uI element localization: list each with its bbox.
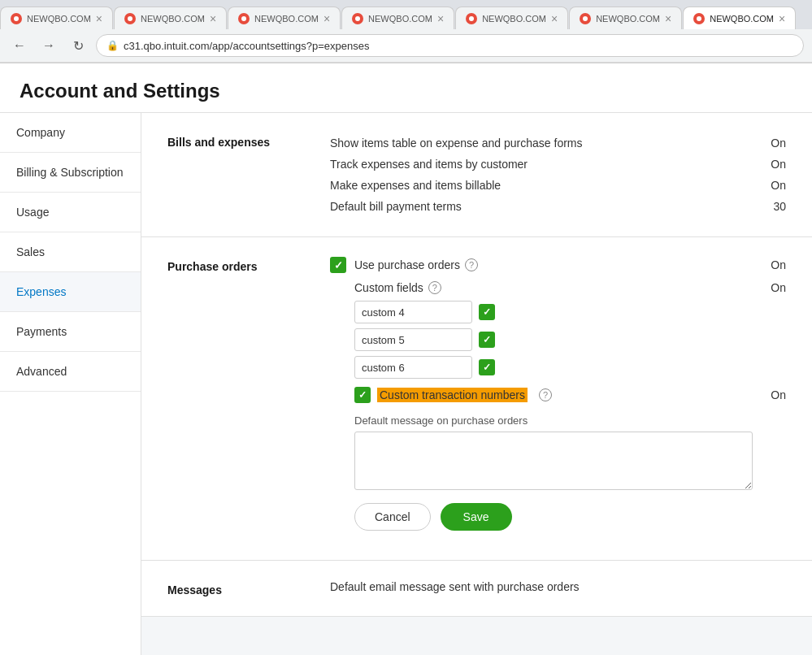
page-header: Account and Settings xyxy=(0,63,812,113)
default-msg-group: Default message on purchase orders xyxy=(354,414,786,490)
page-title: Account and Settings xyxy=(20,80,792,102)
messages-section-inner: Messages Default email message sent with… xyxy=(141,561,812,616)
tab-close-4[interactable]: × xyxy=(437,13,444,24)
tab-5[interactable]: NEWQBO.COM × xyxy=(455,7,568,29)
use-po-checkbox[interactable] xyxy=(330,257,346,273)
tab-close-2[interactable]: × xyxy=(210,13,216,24)
cf-help-icon[interactable]: ? xyxy=(428,281,441,294)
bills-row-status-2: On xyxy=(771,179,786,192)
tab-favicon-3 xyxy=(238,13,250,24)
bills-row-status-3: 30 xyxy=(773,200,786,213)
bills-row-3: Default bill payment terms 30 xyxy=(330,196,786,217)
url-bar[interactable]: 🔒 c31.qbo.intuit.com/app/accountsettings… xyxy=(96,34,804,57)
tab-1[interactable]: NEWQBO.COM × xyxy=(0,7,113,29)
po-section-inner: Purchase orders Use purchase orders ? On xyxy=(141,237,812,560)
tab-6[interactable]: NEWQBO.COM × xyxy=(569,7,682,29)
sidebar-item-sales[interactable]: Sales xyxy=(0,232,141,272)
tab-close-3[interactable]: × xyxy=(323,13,330,24)
back-button[interactable]: ← xyxy=(8,34,31,57)
tab-favicon-5 xyxy=(466,13,477,24)
cf-label-group: Custom fields ? xyxy=(354,281,441,294)
sidebar: Company Billing & Subscription Usage Sal… xyxy=(0,113,141,655)
tab-close-6[interactable]: × xyxy=(665,13,671,24)
tab-close-5[interactable]: × xyxy=(551,13,558,24)
custom-field-input-2[interactable] xyxy=(354,356,472,379)
po-section-label: Purchase orders xyxy=(167,257,330,540)
use-po-label: Use purchase orders xyxy=(354,258,460,271)
messages-section-content: Default email message sent with purchase… xyxy=(330,580,786,596)
bills-row-text-3: Default bill payment terms xyxy=(330,200,462,213)
forward-button[interactable]: → xyxy=(37,34,60,57)
ctn-row: Custom transaction numbers ? On xyxy=(354,387,786,403)
save-button[interactable]: Save xyxy=(441,503,512,531)
tab-close-7[interactable]: × xyxy=(779,13,785,24)
bills-section-content: Show items table on expense and purchase… xyxy=(330,132,786,217)
ctn-left: Custom transaction numbers ? xyxy=(354,387,552,403)
tab-title-6: NEWQBO.COM xyxy=(596,14,660,24)
default-msg-label: Default message on purchase orders xyxy=(354,414,786,427)
po-section-content: Use purchase orders ? On Custom fields ? xyxy=(330,257,786,540)
use-po-left: Use purchase orders ? xyxy=(330,257,478,273)
lock-icon: 🔒 xyxy=(106,40,119,51)
use-po-status: On xyxy=(753,258,786,271)
tab-7[interactable]: NEWQBO.COM × xyxy=(683,7,796,29)
custom-field-checkbox-0[interactable] xyxy=(479,304,495,320)
cf-label: Custom fields xyxy=(354,281,423,294)
bills-row-text-0: Show items table on expense and purchase… xyxy=(330,137,583,150)
tab-favicon-7 xyxy=(693,13,705,24)
tab-title-4: NEWQBO.COM xyxy=(368,14,432,24)
bills-row-status-0: On xyxy=(771,137,786,150)
use-po-help-icon[interactable]: ? xyxy=(465,258,478,271)
tab-title-1: NEWQBO.COM xyxy=(27,14,91,24)
custom-field-checkbox-1[interactable] xyxy=(479,332,495,348)
reload-button[interactable]: ↻ xyxy=(67,34,89,57)
tab-3[interactable]: NEWQBO.COM × xyxy=(228,7,341,29)
bills-row-status-1: On xyxy=(771,158,786,171)
custom-field-row-0 xyxy=(354,301,786,323)
tab-favicon-1 xyxy=(11,13,22,24)
tab-bar: NEWQBO.COM × NEWQBO.COM × NEWQBO.COM × N… xyxy=(0,0,812,29)
sidebar-item-advanced[interactable]: Advanced xyxy=(0,352,141,392)
page-container: Account and Settings Company Billing & S… xyxy=(0,63,812,655)
tab-favicon-2 xyxy=(124,13,136,24)
sidebar-item-billing[interactable]: Billing & Subscription xyxy=(0,153,141,193)
cancel-button[interactable]: Cancel xyxy=(354,503,431,531)
tab-title-3: NEWQBO.COM xyxy=(254,14,319,24)
cf-status: On xyxy=(771,281,786,294)
content-area: Bills and expenses Show items table on e… xyxy=(141,113,812,655)
bills-row-0: Show items table on expense and purchase… xyxy=(330,132,786,154)
bills-row-text-2: Make expenses and items billable xyxy=(330,179,501,192)
url-text: c31.qbo.intuit.com/app/accountsettings?p… xyxy=(124,40,369,52)
tab-close-1[interactable]: × xyxy=(96,13,102,24)
ctn-status: On xyxy=(771,388,786,401)
sidebar-item-usage[interactable]: Usage xyxy=(0,193,141,232)
ctn-help-icon[interactable]: ? xyxy=(539,388,552,401)
ctn-checkbox[interactable] xyxy=(354,387,371,403)
custom-field-checkbox-2[interactable] xyxy=(479,359,495,375)
use-po-row: Use purchase orders ? On xyxy=(330,257,786,273)
tab-favicon-6 xyxy=(580,13,591,24)
tab-2[interactable]: NEWQBO.COM × xyxy=(114,7,227,29)
tab-title-2: NEWQBO.COM xyxy=(141,14,205,24)
sidebar-item-company[interactable]: Company xyxy=(0,113,141,153)
bills-section: Bills and expenses Show items table on e… xyxy=(141,113,812,237)
messages-row-text: Default email message sent with purchase… xyxy=(330,580,580,593)
bills-section-label: Bills and expenses xyxy=(167,132,330,217)
sidebar-item-expenses[interactable]: Expenses xyxy=(0,272,141,312)
custom-field-input-1[interactable] xyxy=(354,328,472,351)
btn-row: Cancel Save xyxy=(354,503,786,531)
default-msg-textarea[interactable] xyxy=(354,432,753,490)
custom-field-input-0[interactable] xyxy=(354,301,472,323)
tab-4[interactable]: NEWQBO.COM × xyxy=(341,7,454,29)
tab-title-5: NEWQBO.COM xyxy=(482,14,546,24)
messages-section: Messages Default email message sent with… xyxy=(141,561,812,617)
sidebar-item-payments[interactable]: Payments xyxy=(0,312,141,352)
bills-row-text-1: Track expenses and items by customer xyxy=(330,158,528,171)
custom-fields-section: Custom fields ? On xyxy=(354,281,786,531)
ctn-label: Custom transaction numbers xyxy=(377,388,528,402)
bills-section-inner: Bills and expenses Show items table on e… xyxy=(141,113,812,236)
bills-row-2: Make expenses and items billable On xyxy=(330,175,786,196)
bills-row-1: Track expenses and items by customer On xyxy=(330,154,786,175)
tab-favicon-4 xyxy=(352,13,363,24)
custom-field-row-1 xyxy=(354,328,786,351)
